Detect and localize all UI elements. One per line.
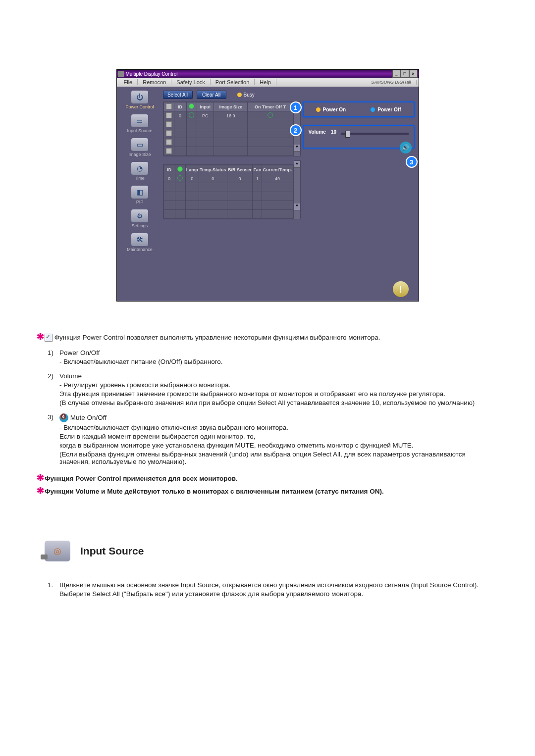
section-icon: ◎ [45, 541, 70, 561]
document-body: ✱ Функция Power Control позволяет выполн… [44, 331, 491, 598]
sidebar-item-settings[interactable]: ⚙Settings [131, 209, 148, 228]
menu-safetylock[interactable]: Safety Lock [171, 79, 210, 85]
power-icon: ⏻ [131, 91, 148, 103]
brand-label: SAMSUNG DIGITall [366, 80, 416, 85]
menubar: File Remocon Safety Lock Port Selection … [117, 78, 419, 87]
note-text: Функция Power Control применяется для вс… [45, 475, 238, 482]
power-off-button[interactable]: Power Off [371, 107, 401, 112]
mute-button[interactable]: 🔊 [400, 142, 412, 153]
volume-panel: Volume 10 🔊 [303, 125, 415, 149]
input-icon: ▭ [131, 114, 148, 127]
window-title: Multiple Display Control [126, 71, 178, 77]
table-row[interactable] [163, 210, 293, 219]
menu-help[interactable]: Help [255, 79, 276, 85]
status-scrollbar[interactable]: ▲▼ [294, 160, 301, 219]
table-row[interactable] [163, 192, 293, 201]
sidebar-item-imagesize[interactable]: ▭Image Size [128, 138, 151, 157]
menu-remocon[interactable]: Remocon [138, 79, 171, 85]
clear-all-button[interactable]: Clear All [197, 91, 226, 99]
list-item: 2) Volume - Регулирует уровень громкости… [45, 372, 490, 406]
callout-3: 3 [406, 156, 418, 168]
volume-label: Volume [309, 129, 326, 135]
table-row[interactable] [163, 183, 293, 192]
power-panel: Power On Power Off [303, 101, 415, 117]
sidebar-item-time[interactable]: ◔Time [131, 162, 148, 181]
status-led-icon [189, 103, 194, 109]
menu-file[interactable]: File [119, 79, 138, 85]
minimize-button[interactable]: _ [392, 70, 401, 78]
table-row[interactable] [163, 120, 293, 129]
displays-table: IDInputImage SizeOn Timer Off T 0PC16:9 [163, 101, 294, 156]
select-all-button[interactable]: Select All [163, 91, 193, 99]
menu-portselection[interactable]: Port Selection [211, 79, 255, 85]
maximize-button[interactable]: □ [401, 70, 409, 78]
close-button[interactable]: × [409, 70, 418, 78]
footer-panel: ! [117, 279, 419, 301]
power-on-button[interactable]: Power On [316, 107, 346, 112]
table-row[interactable] [163, 138, 293, 147]
sidebar-item-pip[interactable]: ◧PIP [131, 186, 148, 204]
volume-value: 10 [331, 129, 336, 135]
callout-1: 1 [290, 101, 302, 113]
app-icon [118, 71, 124, 77]
star-icon: ✱ [37, 485, 43, 496]
settings-icon: ⚙ [131, 209, 148, 222]
star-icon: ✱ [37, 472, 43, 483]
table-row[interactable]: 0PC16:9 [163, 111, 293, 120]
list-item: 3) Mute On/Off - Включает/выключает функ… [45, 413, 490, 465]
pip-icon: ◧ [131, 186, 148, 199]
image-size-icon: ▭ [131, 138, 148, 151]
table-row[interactable]: 0000149 [163, 174, 293, 183]
intro-text: Функция Power Control позволяет выполнят… [54, 334, 380, 341]
status-table: IDLampTemp.StatusB/R SenserFanCurrentTem… [163, 164, 294, 219]
table-row[interactable] [163, 129, 293, 138]
power-on-led-icon [316, 107, 321, 112]
maintenance-icon: 🛠 [131, 233, 148, 246]
checkbox-icon [45, 334, 53, 342]
busy-indicator: Busy [237, 92, 255, 98]
mute-icon [59, 413, 68, 422]
star-icon: ✱ [37, 331, 43, 342]
sidebar: ⏻Power Control ▭Input Source ▭Image Size… [117, 87, 163, 279]
section-title: Input Source [80, 545, 144, 557]
time-icon: ◔ [131, 162, 148, 175]
app-screenshot: Multiple Display Control _ □ × File Remo… [116, 69, 419, 302]
list-item: 1) Power On/Off - Включает/выключает пит… [45, 349, 490, 365]
section-heading: ◎ Input Source [45, 541, 490, 561]
busy-led-icon [237, 93, 242, 97]
window-titlebar: Multiple Display Control _ □ × [117, 70, 419, 78]
power-off-led-icon [371, 107, 375, 112]
info-icon[interactable]: ! [393, 281, 409, 297]
sidebar-item-maintenance[interactable]: 🛠Maintenance [127, 233, 153, 252]
note-text: Функции Volume и Mute действуют только в… [45, 488, 384, 495]
table-row[interactable] [163, 201, 293, 210]
slider-thumb-icon[interactable] [345, 131, 350, 138]
list-item: 1. Щелкните мышью на основном значке Inp… [45, 581, 490, 598]
volume-slider[interactable] [341, 133, 408, 135]
callout-2: 2 [290, 124, 302, 136]
table-row[interactable] [163, 147, 293, 156]
sidebar-item-power[interactable]: ⏻Power Control [125, 91, 154, 109]
checkbox-icon[interactable] [166, 103, 172, 109]
sidebar-item-input[interactable]: ▭Input Source [127, 114, 152, 133]
